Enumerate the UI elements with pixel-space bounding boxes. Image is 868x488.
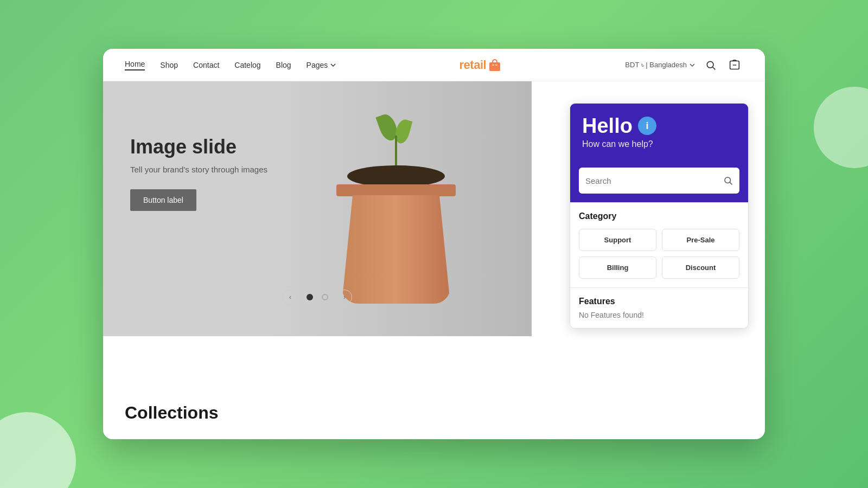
widget-subtitle: How can we help? — [582, 139, 736, 149]
hero-text: Image slide Tell your brand's story thro… — [130, 136, 267, 211]
nav-links: Home Shop Contact Catelog Blog Pages — [125, 60, 336, 70]
soil — [347, 165, 445, 187]
search-icon — [723, 176, 733, 185]
pot-rim — [336, 184, 456, 196]
category-discount[interactable]: Discount — [662, 256, 739, 279]
svg-rect-0 — [489, 62, 500, 71]
nav-blog[interactable]: Blog — [276, 61, 291, 69]
widget-search-body — [570, 159, 748, 202]
search-button[interactable] — [702, 56, 719, 74]
slider-controls: ‹ › — [283, 290, 352, 305]
nav-contact[interactable]: Contact — [193, 61, 219, 69]
svg-line-8 — [730, 182, 732, 184]
pot-body — [342, 195, 450, 304]
widget-hello-text: Hello — [582, 115, 633, 136]
slider-next-button[interactable]: › — [337, 290, 352, 305]
category-support[interactable]: Support — [579, 229, 656, 251]
svg-point-7 — [725, 177, 731, 183]
help-widget: Hello i How can we help? — [570, 103, 749, 329]
currency-chevron-icon — [689, 62, 695, 68]
cart-button[interactable] — [726, 56, 743, 74]
svg-line-4 — [713, 67, 716, 69]
chevron-down-icon — [330, 62, 336, 68]
browser-inner: Home Shop Contact Catelog Blog Pages ret… — [103, 49, 765, 439]
browser-frame: Home Shop Contact Catelog Blog Pages ret… — [103, 49, 765, 439]
slider-prev-button[interactable]: ‹ — [283, 290, 298, 305]
hero-cta-button[interactable]: Button label — [130, 189, 196, 211]
nav-shop[interactable]: Shop — [160, 61, 178, 69]
currency-selector[interactable]: BDT ৳ | Bangladesh — [625, 61, 695, 69]
widget-header: Hello i How can we help? — [570, 104, 748, 159]
search-icon — [705, 60, 716, 70]
nav-catelog[interactable]: Catelog — [234, 61, 260, 69]
widget-category-section: Category Support Pre-Sale Billing Discou… — [570, 202, 748, 287]
logo[interactable]: retail — [459, 57, 503, 73]
search-box — [579, 168, 739, 194]
features-empty-text: No Features found! — [579, 311, 739, 319]
help-search-input[interactable] — [585, 176, 723, 185]
collections-heading: Collections — [125, 403, 218, 423]
widget-hello-row: Hello i — [582, 115, 736, 136]
help-search-button[interactable] — [723, 176, 733, 185]
category-billing[interactable]: Billing — [579, 256, 656, 279]
nav-right: BDT ৳ | Bangladesh — [625, 56, 743, 74]
svg-rect-2 — [495, 65, 497, 66]
category-title: Category — [579, 211, 739, 221]
svg-point-3 — [707, 61, 713, 68]
main-area: Image slide Tell your brand's story thro… — [103, 81, 765, 439]
hero-subtitle: Tell your brand's story through images — [130, 165, 267, 174]
category-presale[interactable]: Pre-Sale — [662, 229, 739, 251]
slider-dot-1[interactable] — [307, 294, 313, 300]
svg-rect-1 — [492, 65, 494, 66]
info-icon: i — [638, 117, 656, 135]
decorative-blob-left — [0, 412, 76, 488]
plant-illustration — [315, 114, 477, 304]
nav-pages[interactable]: Pages — [307, 61, 337, 69]
logo-bag-icon — [487, 57, 502, 73]
widget-features-section: Features No Features found! — [570, 287, 748, 328]
nav-home[interactable]: Home — [125, 60, 145, 70]
cart-icon — [729, 60, 740, 70]
stem — [395, 136, 397, 168]
slider-dot-2[interactable] — [322, 294, 328, 300]
category-grid: Support Pre-Sale Billing Discount — [579, 229, 739, 279]
decorative-blob-right — [814, 87, 868, 168]
hero-title: Image slide — [130, 136, 267, 158]
navbar: Home Shop Contact Catelog Blog Pages ret… — [103, 49, 765, 81]
features-title: Features — [579, 297, 739, 306]
